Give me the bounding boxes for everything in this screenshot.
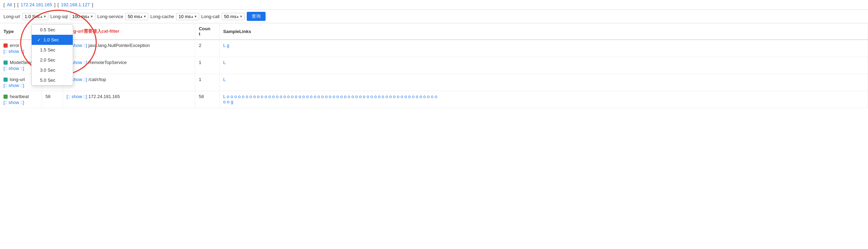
main-table: Type Status long-url需要接入cat-filter Count… [0,23,868,108]
sample-o14[interactable]: o [276,94,278,99]
inline-show-link-row3[interactable]: [:: show ::] [66,94,87,99]
sample-o2[interactable]: o [230,94,233,99]
show-link-row3[interactable]: [:: show ::] [3,100,38,105]
sample-o5[interactable]: o [242,94,244,99]
name-cell-row3: [:: show ::] 172.24.181.165 [63,91,195,108]
sample-o3[interactable]: o [234,94,237,99]
sample-o16[interactable]: o [284,94,286,99]
sample-o52[interactable]: o [419,94,422,99]
long-call-label: Long-call [201,14,220,19]
sample-o34[interactable]: o [352,94,354,99]
warning-text: long-url需要接入cat-filter [66,29,119,34]
dropdown-item-0[interactable]: 0.5 Sec [32,25,73,35]
sample-link-row0-g[interactable]: g [227,43,229,48]
long-sql-select[interactable]: 100 ms [70,13,95,20]
sample-o36[interactable]: o [359,94,362,99]
sample-o54[interactable]: o [427,94,429,99]
dropdown-item-3[interactable]: 2.0 Sec [32,55,73,65]
sample-o55[interactable]: o [431,94,433,99]
sample-o17[interactable]: o [287,94,290,99]
ip2-link[interactable]: 192.168.1.127 [61,2,90,7]
sample-o46[interactable]: o [397,94,399,99]
type-cell-heartbeat: heartbeat [:: show ::] [0,91,42,108]
sample-link-row2-l[interactable]: L [223,77,226,82]
sample-o47[interactable]: o [401,94,403,99]
long-sql-select-wrap: 100 ms ▲▼ [70,13,95,20]
sample-o19[interactable]: o [295,94,297,99]
table-row: long-url [:: show ::] 1 [:: show ::] /ca… [0,74,868,91]
long-service-select[interactable]: 50 ms [125,13,148,20]
sample-o21[interactable]: o [302,94,305,99]
long-service-label: Long-service [97,14,123,19]
long-call-select[interactable]: 50 ms [222,13,245,20]
sample-g-row3[interactable]: g [231,99,233,104]
sample-o43[interactable]: o [386,94,388,99]
sample-o12[interactable]: o [268,94,271,99]
sample-o32[interactable]: o [344,94,346,99]
sample-o10[interactable]: o [261,94,263,99]
long-url-select[interactable]: 0.5 Sec 1.0 Sec 1.5 Sec 2.0 Sec 3.0 Sec … [22,13,48,20]
sample-o24[interactable]: o [314,94,316,99]
long-url-select-wrap: 0.5 Sec 1.0 Sec 1.5 Sec 2.0 Sec 3.0 Sec … [22,13,48,20]
sample-o11[interactable]: o [265,94,267,99]
sample-o51[interactable]: o [416,94,418,99]
sample-o49[interactable]: o [408,94,411,99]
sample-o38[interactable]: o [366,94,369,99]
sample-o18[interactable]: o [291,94,293,99]
all-filter-link[interactable]: All [7,2,12,7]
sample-o22[interactable]: o [306,94,309,99]
sample-o7[interactable]: o [250,94,252,99]
sample-o40[interactable]: o [374,94,377,99]
dropdown-item-2[interactable]: 1.5 Sec [32,45,73,55]
sample-o4[interactable]: o [238,94,240,99]
sample-o37[interactable]: o [363,94,365,99]
sample-o44[interactable]: o [389,94,392,99]
sample-o58[interactable]: o [227,99,229,104]
top-bar: [ All ] [ 172.24.181.165 ] [ 192.168.1.1… [0,0,868,10]
sample-o45[interactable]: o [393,94,395,99]
ip1-link[interactable]: 172.24.181.165 [21,2,52,7]
sample-o41[interactable]: o [378,94,380,99]
long-url-label: Long-url [3,14,20,19]
sample-o27[interactable]: o [325,94,328,99]
sample-o9[interactable]: o [257,94,259,99]
dropdown-item-4[interactable]: 3.0 Sec [32,65,73,75]
sample-o57[interactable]: o [223,99,226,104]
sample-o30[interactable]: o [337,94,339,99]
sample-o48[interactable]: o [404,94,407,99]
sample-o1[interactable]: o [227,94,229,99]
sample-o39[interactable]: o [370,94,373,99]
long-cache-label: Long-cache [150,14,174,19]
sample-o23[interactable]: o [310,94,313,99]
sample-o35[interactable]: o [355,94,358,99]
query-button[interactable]: 查询 [247,12,266,21]
sample-o53[interactable]: o [423,94,426,99]
sample-o20[interactable]: o [299,94,301,99]
sample-o56[interactable]: o [435,94,437,99]
sample-cell-row2: L [220,74,868,91]
table-row: ModelService [:: show ::] 1 [:: show ::]… [0,57,868,74]
sample-o8[interactable]: o [253,94,256,99]
sample-o31[interactable]: o [340,94,342,99]
row2-name: /cat/r/top [88,77,106,82]
sample-o28[interactable]: o [329,94,331,99]
count-cell-row0: 2 [195,40,220,57]
sample-link-row0-l[interactable]: L [223,43,226,48]
sample-o13[interactable]: o [272,94,275,99]
dropdown-item-5[interactable]: 5.0 Sec [32,75,73,85]
col-header-count: Count [195,23,220,40]
sample-o15[interactable]: o [280,94,282,99]
sample-o33[interactable]: o [348,94,350,99]
long-call-select-wrap: 50 ms ▲▼ [222,13,245,20]
long-cache-select[interactable]: 10 ms [176,13,199,20]
sample-l-row3[interactable]: L [223,94,226,99]
sample-link-row1-l[interactable]: L [223,60,226,65]
dot-teal [3,61,8,65]
sample-o26[interactable]: o [321,94,324,99]
sample-o50[interactable]: o [412,94,415,99]
sample-o42[interactable]: o [382,94,384,99]
sample-o25[interactable]: o [317,94,320,99]
sample-o6[interactable]: o [246,94,248,99]
sample-o29[interactable]: o [333,94,335,99]
dropdown-item-1[interactable]: ✓ 1.0 Sec [32,35,73,45]
